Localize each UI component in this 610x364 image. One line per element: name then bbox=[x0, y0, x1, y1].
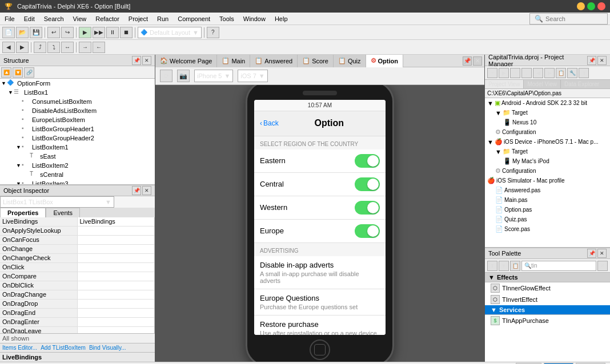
obj-close[interactable]: ✕ bbox=[142, 186, 151, 195]
pm-tb7[interactable]: 📋 bbox=[556, 68, 566, 78]
tree-groupheader1[interactable]: ▪ ListBoxGroupHeader1 bbox=[0, 124, 155, 134]
pm-android-config[interactable]: ⚙ Configuration bbox=[485, 127, 610, 137]
obj-row-onapplystylelookup[interactable]: OnApplyStyleLookup bbox=[0, 227, 154, 236]
obj-row-onchangecheck[interactable]: OnChangeCheck bbox=[0, 254, 154, 263]
pm-close[interactable]: ✕ bbox=[597, 56, 607, 65]
close-button[interactable] bbox=[597, 2, 605, 10]
pm-tb3[interactable]: ↑ bbox=[510, 68, 520, 78]
europe-questions-item[interactable]: Europe Questions Purchase the Europe que… bbox=[254, 289, 386, 316]
central-toggle[interactable] bbox=[355, 177, 380, 191]
pm-nexus10[interactable]: 📱 Nexus 10 bbox=[485, 118, 610, 127]
tp-pin[interactable]: 📌 bbox=[587, 249, 596, 258]
europe-toggle[interactable] bbox=[355, 224, 380, 238]
prev-device-btn[interactable]: ⟳ bbox=[160, 70, 172, 82]
obj-row-oncompare[interactable]: OnCompare bbox=[0, 272, 154, 281]
save-btn[interactable]: 💾 bbox=[30, 27, 42, 38]
menu-file[interactable]: File bbox=[0, 14, 19, 23]
os-selector[interactable]: iOS 7 ▼ bbox=[238, 70, 267, 82]
tab-option[interactable]: ⚙ Option bbox=[366, 55, 403, 67]
pm-ios-target[interactable]: ▼ 📁 Target bbox=[485, 147, 610, 156]
pm-ios-device[interactable]: ▼ 🍎 iOS Device - iPhoneOS 7.1 - Mac p... bbox=[485, 137, 610, 147]
tab-answered[interactable]: 📋 Answered bbox=[250, 55, 298, 67]
tree-scentral[interactable]: T sCentral bbox=[0, 170, 155, 179]
tree-consume[interactable]: ▪ ConsumeListBoxItem bbox=[0, 97, 155, 106]
menu-refactor[interactable]: Refactor bbox=[91, 14, 124, 23]
menu-help[interactable]: Help bbox=[270, 14, 292, 23]
tp-effects-category[interactable]: ▼ Effects bbox=[485, 273, 610, 282]
minimize-button[interactable] bbox=[577, 2, 585, 10]
help-btn[interactable]: ? bbox=[207, 27, 219, 38]
tree-europe[interactable]: ▪ EuropeListBoxItem bbox=[0, 115, 155, 124]
tree-listboxitem3[interactable]: ▼ ▪ ListBoxItem3 bbox=[0, 179, 155, 185]
new-btn[interactable]: 📄 bbox=[2, 27, 15, 38]
western-toggle-item[interactable]: Western bbox=[254, 196, 386, 220]
pm-tb1[interactable]: + bbox=[487, 68, 497, 78]
pm-answered[interactable]: 📄 Answered.pas bbox=[485, 185, 610, 195]
tp-invert[interactable]: ⬡ TInvertEffect bbox=[485, 294, 610, 305]
tp-close[interactable]: ✕ bbox=[597, 249, 607, 258]
eastern-toggle[interactable] bbox=[355, 154, 380, 168]
tb2-btn5[interactable]: ↔ bbox=[61, 42, 74, 53]
str-tb3[interactable]: 🔗 bbox=[24, 67, 34, 78]
obj-row-onchange[interactable]: OnChange bbox=[0, 245, 154, 254]
tp-innerglow[interactable]: ⬡ TInnerGlowEffect bbox=[485, 282, 610, 294]
redo-btn[interactable]: ↪ bbox=[61, 27, 74, 38]
tree-listboxitem2[interactable]: ▼ ▪ ListBoxItem2 bbox=[0, 161, 155, 170]
pm-option[interactable]: 📄 Option.pas bbox=[485, 205, 610, 215]
tab-pin-btn[interactable]: 📌 bbox=[463, 56, 472, 66]
pause-btn[interactable]: ⏸ bbox=[106, 27, 119, 38]
obj-dropdown[interactable]: ListBox1 TListBox ▼ bbox=[0, 196, 114, 208]
pm-tb9[interactable]: ℹ bbox=[579, 68, 589, 78]
structure-close[interactable]: ✕ bbox=[142, 56, 151, 65]
pm-tb4[interactable]: ↓ bbox=[521, 68, 532, 78]
pm-tb5[interactable]: ◀ bbox=[533, 68, 543, 78]
str-tb1[interactable]: 🔼 bbox=[1, 67, 11, 78]
restore-purchase-item[interactable]: Restore purchase Use after reinstallatio… bbox=[254, 316, 386, 335]
tab-quiz[interactable]: 📋 Quiz bbox=[334, 55, 366, 67]
central-toggle-item[interactable]: Central bbox=[254, 173, 386, 196]
menu-tools[interactable]: Tools bbox=[215, 14, 239, 23]
pm-quiz[interactable]: 📄 Quiz.pas bbox=[485, 215, 610, 224]
run-btn[interactable]: ▶▶ bbox=[93, 27, 105, 38]
items-editor-btn[interactable]: Items Editor... bbox=[2, 345, 37, 351]
menu-search[interactable]: Search bbox=[39, 14, 69, 23]
tp-tb2[interactable]: ▼ bbox=[499, 261, 509, 271]
layout-dropdown[interactable]: 🔷 Default Layout ▼ bbox=[138, 27, 202, 38]
tp-inapp[interactable]: $ TInAppPurchase bbox=[485, 315, 610, 326]
obj-row-ondragdrop[interactable]: OnDragDrop bbox=[0, 300, 154, 309]
back-button[interactable]: ‹ Back bbox=[260, 119, 279, 127]
tb2-outdent[interactable]: ← bbox=[93, 42, 105, 53]
tab-events[interactable]: Events bbox=[46, 208, 80, 217]
tp-services-category[interactable]: ▼ Services bbox=[485, 305, 610, 315]
structure-pin[interactable]: 📌 bbox=[132, 56, 141, 65]
tree-groupheader2[interactable]: ▪ ListBoxGroupHeader2 bbox=[0, 134, 155, 143]
menu-project[interactable]: Project bbox=[124, 14, 152, 23]
build-btn[interactable]: ▶ bbox=[79, 27, 91, 38]
tab-properties[interactable]: Properties bbox=[0, 208, 46, 217]
europe-toggle-item[interactable]: Europe bbox=[254, 220, 386, 243]
pm-score[interactable]: 📄 Score.pas bbox=[485, 224, 610, 234]
tb2-btn2[interactable]: ▶ bbox=[16, 42, 29, 53]
menu-window[interactable]: Window bbox=[239, 14, 270, 23]
tree-seast[interactable]: T sEast bbox=[0, 152, 155, 161]
search-input[interactable] bbox=[545, 15, 603, 22]
obj-row-ondblclick[interactable]: OnDblClick bbox=[0, 281, 154, 290]
menu-component[interactable]: Component bbox=[173, 14, 215, 23]
pm-main[interactable]: 📄 Main.pas bbox=[485, 195, 610, 205]
tp-search[interactable]: 🔍 tin bbox=[521, 261, 596, 271]
obj-row-ondragchange[interactable]: OnDragChange bbox=[0, 290, 154, 300]
open-btn[interactable]: 📂 bbox=[16, 27, 29, 38]
tab-main[interactable]: 📋 Main bbox=[217, 55, 250, 67]
tab-welcome[interactable]: 🏠 Welcome Page bbox=[155, 55, 217, 67]
obj-row-ondragenter[interactable]: OnDragEnter bbox=[0, 318, 154, 327]
pm-ios-sim[interactable]: 🍎 iOS Simulator - Mac profile bbox=[485, 176, 610, 185]
pm-view-dataexplorer[interactable]: Data Explorer bbox=[561, 80, 603, 88]
snap-btn[interactable]: 📷 bbox=[177, 70, 190, 82]
tb2-btn4[interactable]: ⤵ bbox=[47, 42, 60, 53]
tree-optionform[interactable]: ▼ 🔷 OptionForm bbox=[0, 79, 155, 88]
maximize-button[interactable] bbox=[587, 2, 595, 10]
tb2-indent[interactable]: → bbox=[79, 42, 91, 53]
pm-mymac-ipod[interactable]: 📱 My Mac's iPod bbox=[485, 156, 610, 166]
tp-tb3[interactable]: 📋 bbox=[510, 261, 520, 271]
pm-view-model[interactable]: Model View bbox=[524, 80, 561, 88]
